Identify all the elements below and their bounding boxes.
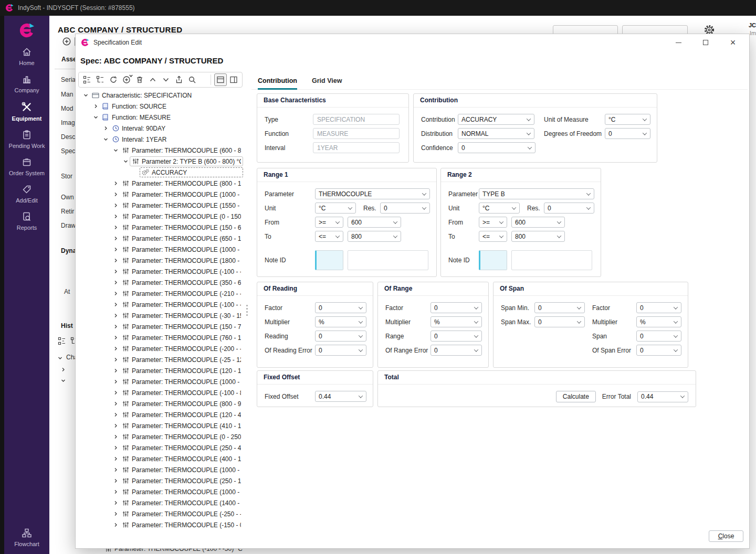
expand-chevron-icon[interactable] [111, 357, 120, 362]
tree-node[interactable]: Function: MEASURE [78, 112, 243, 123]
tree-node-content[interactable]: Parameter: THERMOCOUPLE (800 - 1000) °C [120, 178, 243, 188]
expand-chevron-icon[interactable] [111, 302, 120, 307]
tree-node[interactable]: Parameter: THERMOCOUPLE (150 - 650) °C [78, 222, 243, 233]
delete-button[interactable] [133, 73, 146, 86]
unit-select[interactable]: °C [315, 203, 356, 214]
dialog-titlebar[interactable]: Specification Edit × [76, 34, 749, 51]
range-select[interactable]: 0 [430, 331, 482, 342]
span-max-select[interactable]: 0 [534, 316, 585, 327]
expand-chevron-icon[interactable] [111, 390, 120, 395]
add-button[interactable] [120, 73, 133, 86]
expand-chevron-icon[interactable] [101, 126, 110, 131]
sidebar-item-add-edit[interactable]: Add/Edit [4, 180, 49, 207]
multiplier-select[interactable]: % [636, 316, 681, 327]
tree-node[interactable]: Parameter: THERMOCOUPLE (150 - 760) °C [78, 321, 243, 332]
tree-node[interactable]: Parameter: THERMOCOUPLE (0 - 150) °C [78, 211, 243, 222]
expand-chevron-icon[interactable] [111, 335, 120, 340]
tree-node[interactable]: Parameter: THERMOCOUPLE (800 - 1000) °C [78, 178, 243, 189]
reading-select[interactable]: 0 [315, 331, 366, 342]
to-operator-select[interactable]: <= [479, 231, 507, 242]
tree-node-content[interactable]: Parameter: THERMOCOUPLE (-250 - -150) °C [120, 509, 243, 519]
tree-node[interactable]: Parameter: THERMOCOUPLE (1000 - 1767) °C [78, 464, 243, 475]
expand-chevron-icon[interactable] [111, 225, 120, 230]
tree-node-content[interactable]: Parameter: THERMOCOUPLE (800 - 900) °C [120, 399, 243, 409]
expand-chevron-icon[interactable] [111, 324, 120, 329]
expand-chevron-icon[interactable] [111, 445, 120, 450]
of-span-error-select[interactable]: 0 [636, 345, 681, 356]
add-record-icon[interactable] [62, 37, 71, 46]
of-range-error-select[interactable]: 0 [430, 345, 482, 356]
layout-toggle-right-button[interactable] [227, 73, 240, 86]
sidebar-item-pending-work[interactable]: Pending Work [4, 125, 49, 153]
tree-node-content[interactable]: Parameter: THERMOCOUPLE (-100 - -30) °C [120, 300, 243, 310]
tab-grid-view[interactable]: Grid View [312, 74, 342, 90]
expand-chevron-icon[interactable] [111, 368, 120, 373]
distribution-select[interactable]: NORMAL [458, 128, 534, 139]
expand-chevron-icon[interactable] [111, 423, 120, 428]
expand-chevron-icon[interactable] [111, 500, 120, 505]
tree-node-content[interactable]: Interval: 1YEAR [110, 134, 243, 144]
refresh-button[interactable] [107, 73, 120, 86]
multiplier-select[interactable]: % [430, 316, 482, 327]
collapse-chevron-icon[interactable] [101, 137, 110, 142]
tree-node-content[interactable]: Parameter: THERMOCOUPLE (150 - 760) °C [120, 322, 243, 332]
tree-node[interactable]: Parameter: THERMOCOUPLE (0 - 250) °C [78, 431, 243, 442]
to-operator-select[interactable]: <= [315, 231, 343, 242]
user-initials[interactable]: JC [749, 22, 756, 28]
tree-node[interactable]: Parameter: THERMOCOUPLE (-250 - -150) °C [78, 508, 243, 519]
unit-of-measure-select[interactable]: °C [605, 114, 650, 125]
sidebar-item-equipment[interactable]: Equipment [4, 97, 49, 125]
tree-node-content[interactable]: Parameter: THERMOCOUPLE (1000 - 1767) °C [120, 465, 243, 475]
sidebar-item-reports[interactable]: Reports [4, 207, 49, 235]
sidebar-item-order-system[interactable]: Order System [4, 153, 49, 180]
close-button[interactable]: Close [709, 530, 743, 542]
tree-node[interactable]: Parameter: THERMOCOUPLE (400 - 1000) °C [78, 453, 243, 464]
tree-node[interactable]: Parameter: THERMOCOUPLE (250 - 400) °C [78, 442, 243, 453]
contribution-select[interactable]: ACCURACY [458, 114, 534, 125]
splitter-handle[interactable] [245, 90, 249, 530]
close-window-button[interactable]: × [727, 37, 739, 48]
tree-node-content[interactable]: Parameter: THERMOCOUPLE (-200 - -100) °C [120, 344, 243, 354]
tree-node[interactable]: Parameter: THERMOCOUPLE (-210 - -100) °C [78, 288, 243, 299]
tree-node[interactable]: Parameter: THERMOCOUPLE (120 - 1000) °C [78, 365, 243, 376]
expand-chevron-icon[interactable] [111, 456, 120, 461]
expand-chevron-icon[interactable] [111, 346, 120, 351]
expand-chevron-icon[interactable] [111, 214, 120, 219]
tree-node[interactable]: Parameter: THERMOCOUPLE (1000 - 1800) °C [78, 244, 243, 255]
move-up-button[interactable] [146, 73, 159, 86]
tree-node[interactable]: Interval: 1YEAR [78, 134, 243, 145]
multiplier-select[interactable]: % [315, 316, 366, 327]
expand-chevron-icon[interactable] [111, 478, 120, 483]
note-id-input[interactable] [479, 250, 507, 270]
factor-select[interactable]: 0 [430, 302, 482, 313]
tree-node[interactable]: Parameter: THERMOCOUPLE (600 - 800) °C [78, 145, 243, 156]
expand-chevron-icon[interactable] [111, 247, 120, 252]
move-down-button[interactable] [160, 73, 172, 86]
tree-node[interactable]: Parameter: THERMOCOUPLE (410 - 1300) °C [78, 420, 243, 431]
tree-node-content[interactable]: Parameter 2: TYPE B (600 - 800) °C [130, 156, 243, 166]
tree-node-content[interactable]: Parameter: THERMOCOUPLE (410 - 1300) °C [120, 421, 243, 431]
tree-node[interactable]: Parameter: THERMOCOUPLE (650 - 1000) °C [78, 233, 243, 244]
export-button[interactable] [173, 73, 185, 86]
tree-node[interactable]: Parameter: THERMOCOUPLE (-100 - -25) °C [78, 266, 243, 277]
expand-chevron-icon[interactable] [91, 104, 100, 109]
expand-chevron-icon[interactable] [111, 258, 120, 263]
tree-node-content[interactable]: Parameter: THERMOCOUPLE (250 - 400) °C [120, 443, 243, 453]
expand-chevron-icon[interactable] [61, 367, 66, 372]
search-button[interactable] [186, 73, 198, 86]
tree-node[interactable]: Function: SOURCE [78, 101, 243, 112]
calculate-button[interactable]: Calculate [556, 391, 596, 402]
tree-node-content[interactable]: Function: SOURCE [100, 101, 243, 111]
collapse-chevron-icon[interactable] [111, 148, 120, 153]
parameter-select[interactable]: THERMOCOUPLE [315, 188, 430, 199]
tree-node-content[interactable]: Parameter: THERMOCOUPLE (-150 - 0) °C [120, 520, 243, 530]
tree-node-content[interactable]: Parameter: THERMOCOUPLE (650 - 1000) °C [120, 233, 243, 243]
collapse-chevron-icon[interactable] [121, 159, 130, 164]
expand-chevron-icon[interactable] [111, 523, 120, 527]
confidence-select[interactable]: 0 [458, 142, 536, 153]
spec-tree[interactable]: Characteristic: SPECIFICATIONFunction: S… [78, 90, 243, 530]
tree-node-content[interactable]: Parameter: THERMOCOUPLE (120 - 1000) °C [120, 366, 243, 376]
tree-node-content[interactable]: Parameter: THERMOCOUPLE (1000 - 1400) °C [120, 487, 243, 497]
tree-node[interactable]: Parameter: THERMOCOUPLE (1550 - 1820) °C [78, 200, 243, 211]
tree-node-content[interactable]: Parameter: THERMOCOUPLE (120 - 410) °C [120, 410, 243, 420]
